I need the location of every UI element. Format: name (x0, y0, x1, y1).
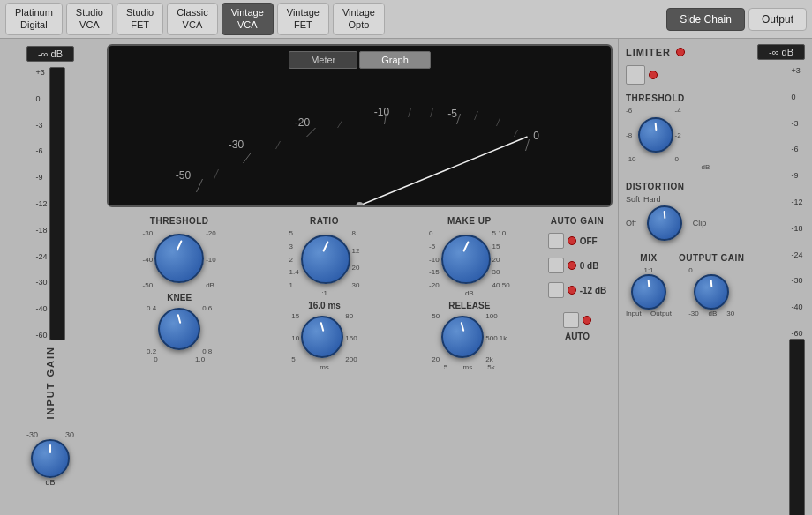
output-gain-knob[interactable] (694, 274, 729, 310)
right-main: THRESHOLD -6 -8 -10 -4 -2 0 dB DISTORT (626, 65, 805, 515)
preset-studio-fet[interactable]: StudioFET (117, 3, 163, 34)
input-knob-range: -30 30 (26, 430, 74, 439)
ratio-knob-area: 5 3 2 1.4 1 8 12 20 30 (289, 229, 359, 289)
preset-vintage-fet[interactable]: VintageFET (277, 3, 329, 34)
attack-knob-area: 15 10 5 80 160 200 (291, 312, 357, 363)
svg-point-21 (357, 202, 364, 205)
threshold-label: THRESHOLD (150, 216, 209, 226)
vu-display: Meter Graph -50 -30 -20 -10 -5 0 (107, 44, 613, 207)
preset-vintage-opto[interactable]: VintageOpto (333, 3, 385, 34)
auto-row: AUTO (563, 312, 591, 341)
knee-label: KNEE (167, 293, 192, 302)
side-chain-button[interactable]: Side Chain (666, 8, 745, 31)
center-section: Meter Graph -50 -30 -20 -10 -5 0 (102, 39, 618, 515)
makeup-col: MAKE UP 0 -5 -10 -15 -20 5 10 15 20 30 (397, 214, 542, 510)
dist-hard: Hard (643, 195, 661, 204)
ratio-col: RATIO 5 3 2 1.4 1 8 12 20 30 (252, 214, 396, 510)
threshold-knob-area: -30 -40 -50 -20 -10 dB (143, 229, 216, 289)
auto-gain-off-row: OFF (548, 233, 607, 249)
svg-line-15 (409, 108, 411, 117)
release-knob-area: 50 20 100 500 1k 2k (432, 312, 507, 363)
mix-area: MIX 1:1 Input Output (626, 248, 672, 317)
dist-soft: Soft (626, 195, 640, 204)
svg-text:-5: -5 (447, 108, 457, 120)
svg-text:-30: -30 (229, 138, 244, 151)
svg-text:-50: -50 (176, 169, 192, 182)
mix-label: MIX (640, 253, 657, 263)
svg-text:-20: -20 (295, 116, 311, 129)
right-vu-strip: +3 0 -3 -6 -9 -12 -18 -24 -30 -40 -60 (789, 65, 805, 515)
ratio-knob[interactable] (301, 235, 350, 284)
preset-vintage-vca[interactable]: VintageVCA (222, 3, 274, 34)
attack-label: 16.0 ms (308, 301, 341, 310)
preset-studio-vca[interactable]: StudioVCA (66, 3, 113, 34)
input-meter-container: +3 0 -3 -6 -9 -12 -18 -24 -30 -40 -60 (35, 67, 64, 346)
svg-line-20 (360, 137, 528, 205)
limiter-toggle-row (626, 65, 786, 85)
makeup-knob[interactable] (441, 235, 491, 284)
right-vu-meter (789, 339, 805, 515)
distortion-label: DISTORTION (626, 182, 786, 191)
svg-line-19 (515, 130, 518, 137)
tab-meter[interactable]: Meter (289, 51, 357, 69)
knee-knob[interactable] (158, 308, 200, 350)
mix-knob[interactable] (631, 274, 666, 310)
auto-gain-minus12-checkbox[interactable] (548, 282, 564, 298)
auto-gain-0db-led (568, 261, 576, 270)
auto-gain-minus12-row: -12 dB (548, 282, 607, 298)
makeup-unit: dB (465, 289, 474, 297)
output-button[interactable]: Output (748, 8, 807, 31)
auto-gain-0db-checkbox[interactable] (548, 258, 564, 273)
threshold-right-unit: dB (626, 163, 786, 171)
makeup-knob-area: 0 -5 -10 -15 -20 5 10 15 20 30 40 50 (429, 229, 510, 289)
threshold-knob[interactable] (154, 234, 204, 283)
svg-line-8 (307, 128, 316, 137)
threshold-scale-right: -20 -10 dB (206, 229, 216, 289)
auto-gain-0db-row: 0 dB (548, 258, 607, 273)
auto-gain-off-checkbox[interactable] (548, 233, 564, 249)
makeup-label: MAKE UP (447, 216, 492, 226)
limiter-row: LIMITER -∞ dB (626, 44, 805, 60)
mix-ratio: 1:1 (643, 266, 653, 274)
right-knobs: THRESHOLD -6 -8 -10 -4 -2 0 dB DISTORT (626, 65, 786, 515)
input-vu-meter (49, 67, 65, 340)
threshold-right-knob[interactable] (638, 117, 673, 153)
auto-gain-off-label: OFF (580, 236, 598, 246)
preset-platinum-digital[interactable]: PlatinumDigital (5, 3, 63, 34)
threshold-right-label: THRESHOLD (626, 93, 786, 103)
limiter-led (676, 48, 685, 56)
main-area: -∞ dB +3 0 -3 -6 -9 -12 -18 -24 -30 -40 … (0, 39, 812, 515)
limiter-label: LIMITER (626, 47, 671, 57)
release-label: RELEASE (448, 301, 490, 310)
auto-gain-buttons: OFF 0 dB -12 dB (548, 233, 607, 302)
dist-soft-hard-row: Soft Hard (626, 195, 786, 204)
limiter-checkbox[interactable] (626, 65, 645, 85)
release-knob[interactable] (441, 316, 484, 358)
input-gain-label: INPUT GAIN (45, 346, 56, 420)
attack-unit: ms (320, 363, 329, 371)
svg-line-18 (497, 118, 500, 126)
left-strip: -∞ dB +3 0 -3 -6 -9 -12 -18 -24 -30 -40 … (0, 39, 102, 515)
auto-led (583, 316, 591, 325)
distortion-knob[interactable] (647, 205, 682, 241)
svg-text:-10: -10 (374, 106, 390, 118)
output-gain-label: OUTPUT GAIN (679, 253, 744, 263)
preset-classic-vca[interactable]: ClassicVCA (167, 3, 217, 34)
right-db-display: -∞ dB (757, 44, 805, 60)
input-gain-knob[interactable] (31, 439, 70, 478)
svg-line-14 (338, 121, 342, 128)
dist-clip: Clip (693, 219, 707, 228)
svg-line-16 (431, 108, 433, 117)
attack-knob[interactable] (301, 316, 343, 358)
input-db-display: -∞ dB (26, 46, 74, 62)
threshold-col: THRESHOLD -30 -40 -50 -20 -10 dB KNEE (107, 214, 252, 510)
mix-sub: Input Output (626, 310, 672, 317)
threshold-right-area: -6 -8 -10 -4 -2 0 (626, 107, 786, 163)
svg-line-12 (214, 169, 219, 179)
limiter-toggle-led (649, 71, 658, 79)
tab-graph[interactable]: Graph (359, 51, 431, 69)
auto-gain-label: AUTO GAIN (551, 216, 604, 226)
svg-line-13 (276, 141, 281, 149)
ratio-label: RATIO (310, 216, 339, 226)
auto-checkbox[interactable] (563, 312, 579, 328)
